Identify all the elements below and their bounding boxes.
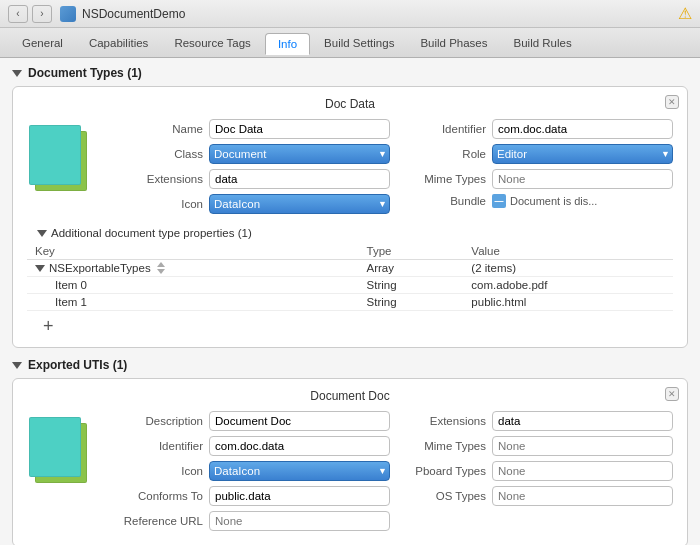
add-button-area: +	[27, 315, 673, 337]
conforms-to-input[interactable]	[209, 486, 390, 506]
titlebar-nav[interactable]: ‹ ›	[8, 5, 52, 23]
row0-value: (2 items)	[463, 260, 673, 277]
doc-page-front	[29, 125, 81, 185]
conforms-to-field-row: Conforms To	[123, 486, 390, 506]
row2-type: String	[359, 294, 464, 311]
titlebar-title: NSDocumentDemo	[82, 7, 185, 21]
icon-select-wrapper: DataIcon ▼	[209, 194, 390, 214]
props-table: Key Type Value NSExportableTypes	[27, 243, 673, 311]
document-doc-icon-area	[27, 415, 107, 495]
description-label: Description	[123, 415, 203, 427]
row0-key: NSExportableTypes	[27, 260, 359, 277]
tab-general[interactable]: General	[10, 33, 75, 53]
role-field-row: Role Editor ▼	[406, 144, 673, 164]
tab-build-rules[interactable]: Build Rules	[502, 33, 584, 53]
doc-data-card: Doc Data ✕ Name Class	[12, 86, 688, 348]
icon-select[interactable]: DataIcon	[209, 194, 390, 214]
table-row[interactable]: NSExportableTypes Array (2 items)	[27, 260, 673, 277]
exported-utis-title: Exported UTIs (1)	[28, 358, 127, 372]
reference-url-label: Reference URL	[123, 515, 203, 527]
uti-identifier-field-row: Identifier	[123, 436, 390, 456]
document-doc-close-button[interactable]: ✕	[665, 387, 679, 401]
os-types-field-row: OS Types	[406, 486, 673, 506]
row0-key-with-arrows: NSExportableTypes	[35, 262, 351, 274]
class-select[interactable]: Document	[209, 144, 390, 164]
document-doc-fields-left: Description Identifier Icon DataIcon	[123, 411, 390, 536]
uti-extensions-input[interactable]	[492, 411, 673, 431]
reference-url-input[interactable]	[209, 511, 390, 531]
forward-button[interactable]: ›	[32, 5, 52, 23]
doc-data-fields-right: Identifier Role Editor ▼ Mime Typ	[406, 119, 673, 219]
row0-key-text: NSExportableTypes	[49, 262, 151, 274]
extensions-input[interactable]	[209, 169, 390, 189]
role-label: Role	[406, 148, 486, 160]
uti-extensions-field-row: Extensions	[406, 411, 673, 431]
app-icon	[60, 6, 76, 22]
doc-data-card-body: Name Class Document ▼ Extensions	[27, 119, 673, 219]
bundle-field-row: Bundle — Document is dis...	[406, 194, 673, 208]
identifier-label: Identifier	[406, 123, 486, 135]
name-input[interactable]	[209, 119, 390, 139]
uti-identifier-input[interactable]	[209, 436, 390, 456]
doc-data-icon-area	[27, 123, 107, 203]
bundle-row: — Document is dis...	[492, 194, 597, 208]
tab-resource-tags[interactable]: Resource Tags	[162, 33, 263, 53]
sort-up-arrow[interactable]	[157, 262, 165, 267]
doc-data-close-button[interactable]: ✕	[665, 95, 679, 109]
os-types-label: OS Types	[406, 490, 486, 502]
pboard-types-input[interactable]	[492, 461, 673, 481]
icon-label: Icon	[123, 198, 203, 210]
tabbar: General Capabilities Resource Tags Info …	[0, 28, 700, 58]
doc-data-card-title: Doc Data	[27, 97, 673, 111]
row2-value: public.html	[463, 294, 673, 311]
role-select[interactable]: Editor	[492, 144, 673, 164]
additional-props-title: Additional document type properties (1)	[51, 227, 252, 239]
description-field-row: Description	[123, 411, 390, 431]
document-doc-fields-right: Extensions Mime Types Pboard Types OS Ty…	[406, 411, 673, 536]
col-type: Type	[359, 243, 464, 260]
document-types-section: Document Types (1) Doc Data ✕ Name	[12, 66, 688, 348]
tab-build-settings[interactable]: Build Settings	[312, 33, 406, 53]
sort-down-arrow[interactable]	[157, 269, 165, 274]
additional-props-header[interactable]: Additional document type properties (1)	[27, 227, 673, 239]
add-property-button[interactable]: +	[37, 315, 60, 337]
row0-expand[interactable]	[35, 265, 45, 272]
extensions-field-row: Extensions	[123, 169, 390, 189]
table-row[interactable]: Item 0 String com.adobe.pdf	[27, 277, 673, 294]
sort-arrows[interactable]	[157, 262, 165, 274]
document-doc-card: Document Doc ✕ Description	[12, 378, 688, 545]
mime-types-field-row: Mime Types	[406, 169, 673, 189]
uti-icon-select[interactable]: DataIcon	[209, 461, 390, 481]
exported-utis-header[interactable]: Exported UTIs (1)	[12, 358, 688, 372]
conforms-to-label: Conforms To	[123, 490, 203, 502]
document-types-toggle[interactable]	[12, 70, 22, 77]
additional-props-toggle[interactable]	[37, 230, 47, 237]
icon-field-row: Icon DataIcon ▼	[123, 194, 390, 214]
pboard-types-field-row: Pboard Types	[406, 461, 673, 481]
row0-type: Array	[359, 260, 464, 277]
doc-icon-stack-2	[27, 415, 97, 485]
tab-info[interactable]: Info	[265, 33, 310, 55]
reference-url-field-row: Reference URL	[123, 511, 390, 531]
exported-utis-toggle[interactable]	[12, 362, 22, 369]
row2-key: Item 1	[27, 294, 359, 311]
back-button[interactable]: ‹	[8, 5, 28, 23]
class-select-wrapper: Document ▼	[209, 144, 390, 164]
identifier-input[interactable]	[492, 119, 673, 139]
description-input[interactable]	[209, 411, 390, 431]
mime-types-label: Mime Types	[406, 173, 486, 185]
mime-types-input[interactable]	[492, 169, 673, 189]
uti-mime-types-field-row: Mime Types	[406, 436, 673, 456]
tab-capabilities[interactable]: Capabilities	[77, 33, 160, 53]
warning-icon: ⚠	[678, 4, 692, 23]
row1-key: Item 0	[27, 277, 359, 294]
bundle-label: Bundle	[406, 195, 486, 207]
uti-mime-types-label: Mime Types	[406, 440, 486, 452]
os-types-input[interactable]	[492, 486, 673, 506]
extensions-label: Extensions	[123, 173, 203, 185]
uti-icon-label: Icon	[123, 465, 203, 477]
table-row[interactable]: Item 1 String public.html	[27, 294, 673, 311]
uti-mime-types-input[interactable]	[492, 436, 673, 456]
document-types-header[interactable]: Document Types (1)	[12, 66, 688, 80]
tab-build-phases[interactable]: Build Phases	[408, 33, 499, 53]
